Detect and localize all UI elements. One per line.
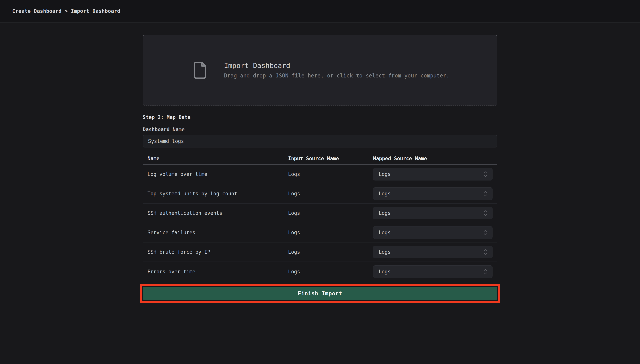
widget-name: Log volume over time (147, 171, 288, 177)
selected-option-label: Logs (379, 230, 391, 236)
input-source-name: Logs (288, 269, 373, 274)
import-dashboard-page: Import Dashboard Drag and drop a JSON fi… (143, 35, 497, 300)
dropzone-text: Import Dashboard Drag and drop a JSON fi… (224, 62, 449, 79)
mapped-source-select[interactable]: Logs (373, 265, 493, 278)
dropzone-subtitle: Drag and drop a JSON file here, or click… (224, 72, 449, 79)
mapped-source-select[interactable]: Logs (373, 226, 493, 239)
input-source-name: Logs (288, 210, 373, 216)
mapped-source-select[interactable]: Logs (373, 207, 493, 220)
table-row: SSH authentication events Logs Logs (143, 204, 497, 223)
widget-name: SSH authentication events (147, 210, 288, 216)
table-row: Errors over time Logs Logs (143, 262, 497, 282)
widget-name: Errors over time (147, 269, 288, 274)
breadcrumb: Create Dashboard > Import Dashboard (12, 8, 120, 14)
chevrons-up-down-icon (483, 190, 488, 197)
dropzone-title: Import Dashboard (224, 62, 449, 70)
dashboard-name-label: Dashboard Name (143, 126, 497, 132)
selected-option-label: Logs (379, 191, 391, 196)
finish-import-area: Finish Import (143, 287, 497, 300)
chevrons-up-down-icon (483, 268, 488, 275)
table-row: Top systemd units by log count Logs Logs (143, 184, 497, 204)
mapped-source-select[interactable]: Logs (373, 187, 493, 200)
chevrons-up-down-icon (483, 229, 488, 236)
column-header-mapped-source: Mapped Source Name (373, 156, 493, 162)
widget-name: Top systemd units by log count (147, 191, 288, 196)
finish-import-button[interactable]: Finish Import (143, 287, 497, 300)
column-header-name: Name (147, 156, 288, 162)
column-header-input-source: Input Source Name (288, 156, 373, 162)
input-source-name: Logs (288, 230, 373, 236)
selected-option-label: Logs (379, 249, 391, 255)
input-source-name: Logs (288, 191, 373, 196)
mapped-source-select[interactable]: Logs (373, 246, 493, 258)
table-row: Log volume over time Logs Logs (143, 165, 497, 184)
table-header-row: Name Input Source Name Mapped Source Nam… (143, 153, 497, 165)
chevrons-up-down-icon (483, 249, 488, 255)
step-heading: Step 2: Map Data (143, 114, 497, 120)
mapped-source-select[interactable]: Logs (373, 168, 493, 180)
chevrons-up-down-icon (483, 210, 488, 216)
chevrons-up-down-icon (483, 171, 488, 178)
file-icon (190, 61, 209, 80)
selected-option-label: Logs (379, 210, 391, 216)
json-file-dropzone[interactable]: Import Dashboard Drag and drop a JSON fi… (143, 35, 497, 106)
widget-name: Service failures (147, 230, 288, 236)
input-source-name: Logs (288, 249, 373, 255)
input-source-name: Logs (288, 171, 373, 177)
selected-option-label: Logs (379, 269, 391, 274)
selected-option-label: Logs (379, 171, 391, 177)
table-row: SSH brute force by IP Logs Logs (143, 242, 497, 262)
widget-name: SSH brute force by IP (147, 249, 288, 255)
table-row: Service failures Logs Logs (143, 223, 497, 242)
dashboard-name-input[interactable] (143, 135, 497, 148)
topbar: Create Dashboard > Import Dashboard (0, 0, 640, 22)
source-mapping-table: Name Input Source Name Mapped Source Nam… (143, 153, 497, 282)
